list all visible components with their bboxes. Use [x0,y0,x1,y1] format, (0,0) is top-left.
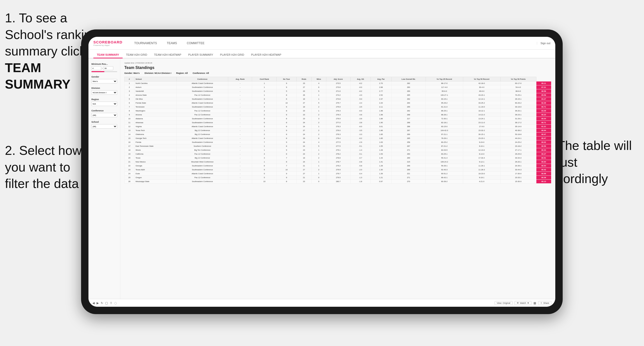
table-cell: - [228,148,252,152]
sub-nav-team-summary[interactable]: TEAM SUMMARY [93,52,122,58]
table-cell: 89.11 [536,81,551,85]
share-button[interactable]: ⇧ Share [538,301,551,305]
sub-nav-player-summary[interactable]: PLAYER SUMMARY [185,52,217,58]
table-cell: 6 [312,85,326,89]
filter-min-input[interactable] [92,66,101,70]
table-cell: Oregon [134,176,177,180]
table-cell: 1 [252,93,277,97]
table-cell: - [228,129,252,133]
share-label: Share [543,302,549,304]
table-cell: 100-27-1 [426,93,463,97]
table-cell: 23 [296,117,312,121]
filter-school-select[interactable]: (All) [92,124,117,129]
sign-out-link[interactable]: Sign out [537,42,550,45]
table-cell: -2.0 [350,168,370,172]
col-wins: Wins [312,77,326,81]
table-cell: 26 [124,180,134,183]
filter-slider[interactable] [92,71,117,72]
table-cell: 83-25-1 [426,152,463,156]
filter-gender-select[interactable]: Men's [92,79,117,83]
toolbar-reload-icon[interactable]: ↻ [101,301,103,305]
table-cell: Atlantic Coast Conference [177,172,228,176]
table-cell: 265 [392,93,426,97]
table-cell: 88-6-0 [500,89,536,93]
table-cell: 11-28-3 [463,168,500,172]
table-cell: 264 [392,101,426,105]
toolbar-grid-icon[interactable]: ▦ [534,301,536,305]
table-cell: 1.63 [370,140,392,144]
table-cell: 2.20 [370,101,392,105]
table-cell: 2 [252,133,277,137]
table-cell: -4.4 [350,101,370,105]
table-cell: 9 [277,148,296,152]
sub-nav-team-h2h-heatmap[interactable]: TEAM H2H HEATMAP [150,52,185,58]
table-cell: 1 [252,85,277,89]
table-cell: - [228,117,252,121]
toolbar-share-mini-icon[interactable]: ⇧ [110,301,112,305]
table-cell: 80.34 [536,148,551,152]
table-cell: 8 [277,125,296,129]
table-cell: 278.2 [326,152,350,156]
nav-teams[interactable]: TEAMS [162,40,181,46]
table-cell: 8 [277,144,296,148]
filter-region: Region N/A [92,98,117,106]
table-cell: 104-42-3 [426,129,463,133]
table-cell: - [228,113,252,117]
nav-committee[interactable]: COMMITTEE [182,40,209,46]
sub-nav-player-h2h-heatmap[interactable]: PLAYER H2H HEATMAP [248,52,285,58]
table-cell: Big 12 Conference [177,156,228,160]
table-cell: 9 [277,172,296,176]
logo-scoreboard: SCOREBOARD [93,40,122,44]
table-cell: 1.30 [370,168,392,172]
table-cell: 88-17-0 [426,81,463,85]
filter-region-select[interactable]: N/A [92,102,117,106]
table-cell: 12 [124,125,134,129]
table-cell: 9 [277,176,296,180]
table-row: 24DukeAtlantic Coast Conference-59271279… [124,172,551,176]
table-row: 6Florida StateAtlantic Coast Conference-… [124,101,551,105]
table-cell: North Carolina [134,81,177,85]
view-original-button[interactable]: View: Original [494,301,512,305]
toolbar-clock-icon[interactable]: ◌ [114,301,117,305]
table-cell: 5 [312,101,326,105]
table-cell: 23 [296,113,312,117]
sub-nav-team-h2h-grid[interactable]: TEAM H2H GRID [122,52,150,58]
table-cell: 8 [277,117,296,121]
filter-division-select[interactable]: NCAA Division I [92,90,117,95]
sub-nav-player-h2h-grid[interactable]: PLAYER H2H GRID [217,52,248,58]
instruction-2-line3: filter the data [5,176,79,191]
table-cell: - [228,172,252,176]
table-row: 14OklahomaBig 12 Conference-28242276.3-3… [124,133,551,137]
table-cell: 14-21-0 [463,113,500,117]
watch-chevron-icon: ▼ [527,302,529,304]
table-cell: Texas A&M [134,168,177,172]
watch-button[interactable]: 👁 Watch ▼ [514,301,532,305]
table-cell: 80.71 [536,105,551,109]
nav-tournaments[interactable]: TOURNAMENTS [130,40,161,46]
table-body: 1North CarolinaAtlantic Coast Conference… [124,81,551,183]
table-cell: Arizona State [134,93,177,97]
toolbar-bookmark-icon[interactable]: ▢ [105,301,108,305]
table-cell: 8 [277,133,296,137]
toolbar-forward-icon[interactable]: ▶ [96,301,99,305]
filter-conference-select[interactable]: (All) [92,113,117,117]
table-cell: 7 [277,156,296,160]
table-row: 3VanderbiltSoutheastern Conference-25235… [124,89,551,93]
table-cell: 40-38-2 [500,129,536,133]
update-time: Update time: 27/03/2024 16:56:26 [124,62,551,64]
table-cell: 1.53 [370,152,392,156]
table-cell: 279.1 [326,148,350,152]
table-cell: 31-29-1 [500,117,536,121]
filter-max-input[interactable] [104,66,113,70]
table-cell: Southeastern Conference [177,105,228,109]
table-cell: - [228,125,252,129]
table-cell: 42-18-0 [463,81,500,85]
table-cell: 2 [252,101,277,105]
table-cell: -4.0 [350,93,370,97]
table-cell: 1 [312,109,326,113]
table-cell: - [228,89,252,93]
table-cell: Pac-12 Conference [177,152,228,156]
toolbar-back-icon[interactable]: ◀ [92,301,94,305]
table-cell: -6.0 [350,85,370,89]
table-cell: 70-25-1 [500,93,536,97]
